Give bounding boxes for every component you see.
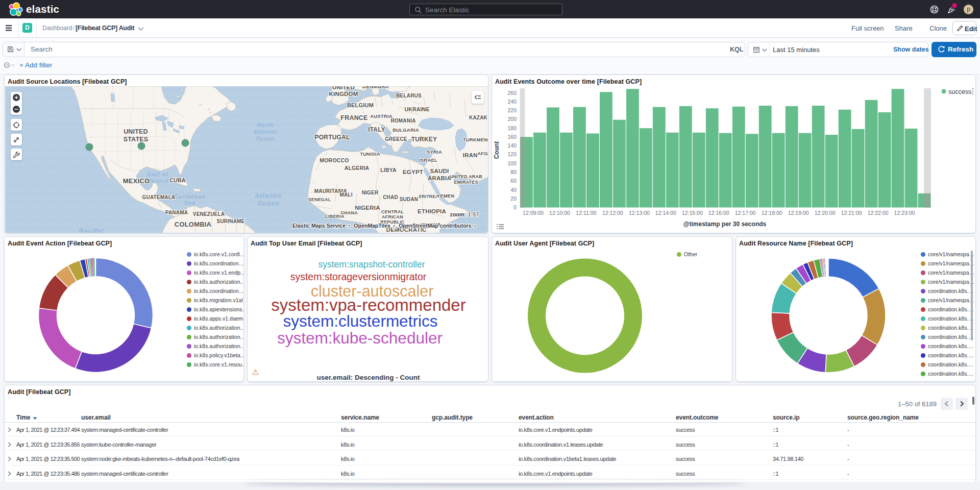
svg-text:ARABIA: ARABIA [428, 175, 451, 181]
svg-text:120: 120 [507, 151, 517, 157]
svg-text:AFGHA: AFGHA [478, 151, 489, 156]
svg-text:Ocean: Ocean [256, 135, 275, 141]
svg-text:60: 60 [510, 178, 517, 184]
svg-text:AUSTRIA: AUSTRIA [370, 113, 393, 119]
svg-text:SAUDI: SAUDI [430, 168, 449, 174]
svg-text:GREECE: GREECE [385, 136, 407, 142]
svg-text:PORTUGAL: PORTUGAL [315, 134, 350, 141]
svg-text:12:22:00: 12:22:00 [868, 210, 889, 216]
svg-text:12:09:00: 12:09:00 [523, 210, 544, 216]
svg-text:system:snapshot-controller: system:snapshot-controller [318, 259, 425, 270]
svg-text:UNITED: UNITED [124, 128, 148, 135]
svg-text:LIBERIA: LIBERIA [325, 214, 345, 219]
svg-text:EMIRATES: EMIRATES [454, 180, 478, 185]
svg-text:Atlantic: Atlantic [254, 192, 282, 200]
svg-text:160: 160 [507, 134, 517, 140]
svg-text:12:11:00: 12:11:00 [576, 210, 596, 216]
svg-text:Sea: Sea [184, 200, 196, 206]
svg-text:12:16:00: 12:16:00 [708, 210, 729, 216]
svg-text:system:storageversionmigrator: system:storageversionmigrator [290, 271, 427, 282]
svg-text:12:10:00: 12:10:00 [549, 210, 570, 216]
svg-text:MOROCCO: MOROCCO [320, 157, 349, 163]
svg-text:VENEZUELA: VENEZUELA [193, 211, 225, 217]
svg-text:MALI: MALI [339, 192, 352, 198]
svg-text:ALGERIA: ALGERIA [345, 165, 370, 171]
svg-text:Atlantic: Atlantic [253, 129, 278, 135]
svg-text:12:19:00: 12:19:00 [788, 210, 809, 216]
svg-text:Ocean: Ocean [257, 200, 279, 207]
svg-text:SURINAME: SURINAME [217, 218, 245, 224]
svg-text:KINGDOM: KINGDOM [329, 91, 358, 97]
svg-text:Mexico: Mexico [146, 178, 168, 184]
svg-text:system:clustermetrics: system:clustermetrics [283, 312, 438, 330]
svg-text:GUATEMALA: GUATEMALA [142, 194, 176, 200]
svg-text:EGYPT: EGYPT [403, 169, 423, 175]
svg-text:CHAD: CHAD [383, 194, 398, 200]
svg-text:Gulf of: Gulf of [147, 171, 169, 177]
svg-text:12:12:00: 12:12:00 [602, 210, 623, 216]
svg-text:12:17:00: 12:17:00 [735, 210, 756, 216]
svg-text:CUBA: CUBA [169, 177, 185, 183]
svg-text:success: success [948, 88, 971, 95]
svg-text:12:21:00: 12:21:00 [841, 210, 862, 216]
svg-text:SYRIA: SYRIA [427, 149, 442, 155]
svg-text:AFRICAN: AFRICAN [382, 214, 403, 219]
svg-text:TURKMENISTA: TURKMENISTA [463, 137, 488, 142]
svg-text:Count: Count [493, 141, 500, 159]
svg-text:Elastic Maps Service ↗, OpenMa: Elastic Maps Service ↗, OpenMapTiles ↗, … [292, 223, 477, 229]
svg-text:ERITREA: ERITREA [419, 194, 439, 199]
svg-text:260: 260 [507, 90, 517, 96]
svg-text:180: 180 [507, 125, 517, 131]
svg-text:zoom: 1.97: zoom: 1.97 [450, 211, 479, 217]
svg-text:BULGARIA: BULGARIA [393, 127, 419, 133]
svg-text:IRAN: IRAN [463, 152, 478, 158]
svg-text:BELGIUM: BELGIUM [347, 102, 374, 108]
svg-text:CENTRAL: CENTRAL [381, 209, 404, 214]
svg-text:system:kube-scheduler: system:kube-scheduler [277, 329, 443, 347]
svg-text:YEMEN: YEMEN [437, 193, 455, 199]
svg-text:UNITED ARAB: UNITED ARAB [450, 174, 482, 179]
svg-text:240: 240 [507, 99, 517, 105]
svg-text:12:14:00: 12:14:00 [655, 210, 676, 216]
svg-text:UNITED: UNITED [332, 86, 355, 90]
svg-text:TUNISIA: TUNISIA [360, 151, 380, 157]
svg-text:80: 80 [510, 169, 517, 175]
svg-text:LIBYA: LIBYA [380, 167, 397, 173]
svg-text:ITALY: ITALY [368, 126, 385, 133]
svg-text:12:15:00: 12:15:00 [682, 210, 703, 216]
svg-text:KAZAK: KAZAK [469, 115, 488, 120]
svg-text:SUDAN: SUDAN [400, 197, 419, 202]
svg-text:12:20:00: 12:20:00 [815, 210, 836, 216]
svg-text:MEXICO: MEXICO [123, 177, 150, 185]
svg-text:140: 140 [507, 142, 517, 149]
svg-text:ISRAEL: ISRAEL [419, 157, 437, 163]
svg-text:12:23:00: 12:23:00 [894, 210, 915, 216]
svg-text:@timestamp per 30 seconds: @timestamp per 30 seconds [683, 220, 767, 228]
svg-text:SENEGAL: SENEGAL [308, 197, 331, 202]
svg-text:STATES: STATES [124, 136, 149, 143]
svg-text:PANAMA: PANAMA [165, 210, 188, 215]
svg-text:FRANCE: FRANCE [340, 114, 368, 121]
svg-text:ROMANIA: ROMANIA [390, 118, 415, 124]
svg-text:UKRAINE: UKRAINE [404, 106, 429, 112]
svg-text:NIGER: NIGER [362, 190, 379, 195]
svg-text:Caribbean: Caribbean [174, 193, 206, 200]
svg-text:TURKEY: TURKEY [411, 136, 437, 143]
svg-text:ETHIOPIA: ETHIOPIA [418, 208, 446, 214]
svg-text:100: 100 [507, 160, 517, 166]
svg-text:40: 40 [510, 187, 517, 193]
svg-text:0: 0 [513, 204, 517, 210]
svg-text:COLOMBIA: COLOMBIA [175, 220, 212, 228]
svg-text:220: 220 [507, 107, 517, 113]
svg-text:BELARUS: BELARUS [396, 93, 422, 99]
svg-text:DENMARK: DENMARK [362, 86, 389, 89]
svg-text:NIGERIA: NIGERIA [355, 205, 380, 211]
svg-text:North: North [257, 122, 274, 128]
svg-text:12:18:00: 12:18:00 [762, 210, 782, 216]
svg-text:12:13:00: 12:13:00 [629, 210, 650, 216]
svg-text:Pacific: Pacific [79, 227, 104, 233]
svg-text:200: 200 [507, 116, 517, 122]
svg-text:20: 20 [510, 195, 517, 202]
